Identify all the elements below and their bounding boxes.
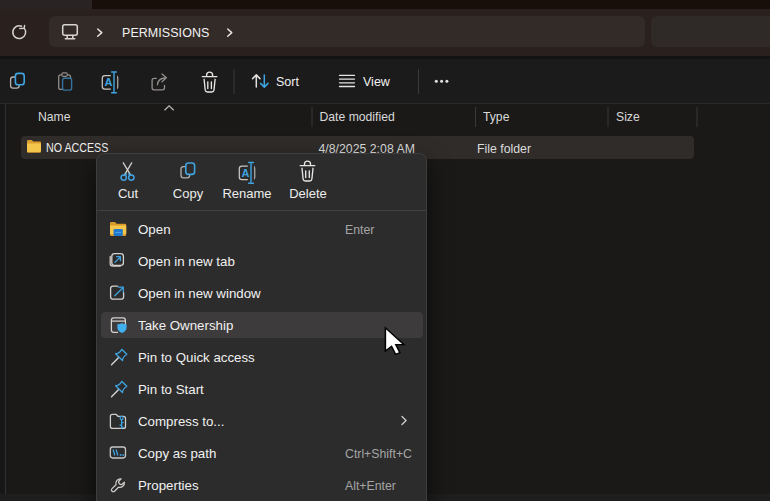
svg-text:A: A: [242, 167, 250, 179]
